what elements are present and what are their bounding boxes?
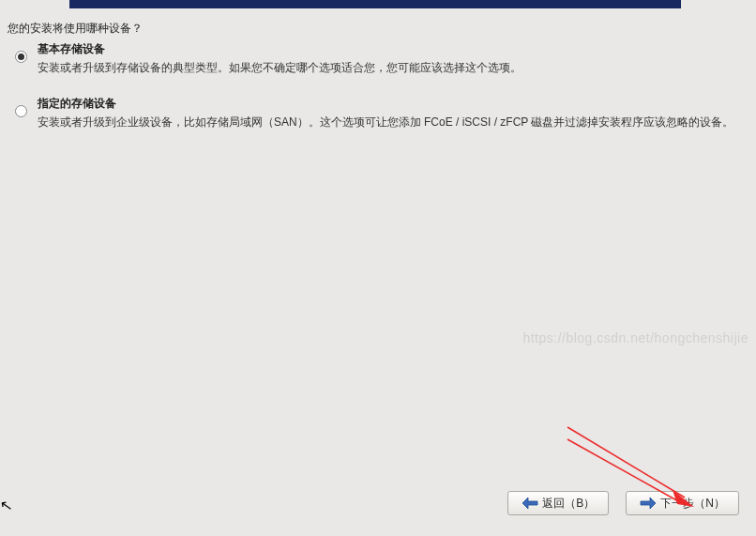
- radio-basic-storage[interactable]: [15, 51, 27, 63]
- next-button-label: 下一步（N）: [660, 496, 725, 512]
- back-button[interactable]: 返回（B）: [507, 491, 609, 515]
- option-title: 基本存储设备: [38, 41, 737, 57]
- option-basic-storage[interactable]: 基本存储设备 安装或者升级到存储设备的典型类型。如果您不确定哪个选项适合您，您可…: [11, 41, 737, 77]
- arrow-left-icon: [522, 497, 538, 510]
- back-button-label: 返回（B）: [542, 496, 595, 512]
- prompt-text: 您的安装将使用哪种设备？: [8, 21, 143, 37]
- arrow-right-icon: [640, 497, 657, 510]
- svg-line-0: [567, 427, 685, 498]
- next-button[interactable]: 下一步（N）: [626, 491, 739, 515]
- option-desc: 安装或者升级到存储设备的典型类型。如果您不确定哪个选项适合您，您可能应该选择这个…: [38, 59, 737, 77]
- radio-specified-storage[interactable]: [15, 105, 27, 117]
- option-desc: 安装或者升级到企业级设备，比如存储局域网（SAN）。这个选项可让您添加 FCoE…: [38, 114, 737, 131]
- storage-options: 基本存储设备 安装或者升级到存储设备的典型类型。如果您不确定哪个选项适合您，您可…: [11, 41, 737, 150]
- mouse-cursor-icon: ↖: [0, 496, 14, 515]
- option-specified-storage[interactable]: 指定的存储设备 安装或者升级到企业级设备，比如存储局域网（SAN）。这个选项可让…: [11, 96, 737, 131]
- watermark-text: https://blog.csdn.net/hongchenshijie: [522, 330, 748, 345]
- header-banner: [69, 0, 681, 8]
- option-title: 指定的存储设备: [38, 96, 737, 112]
- nav-button-bar: 返回（B） 下一步（N）: [507, 491, 739, 515]
